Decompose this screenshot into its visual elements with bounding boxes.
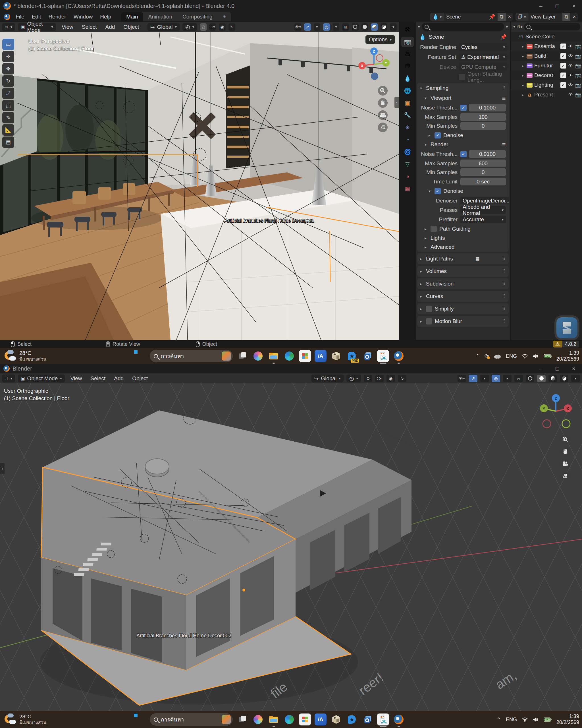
- expand-arrow-icon[interactable]: ▸: [521, 73, 525, 78]
- navigation-gizmo[interactable]: Z Y X: [536, 392, 574, 430]
- weather-widget[interactable]: 28°Cมีเมฆบางส่วน: [4, 349, 46, 362]
- menu-object[interactable]: Object: [120, 24, 142, 30]
- pan-hand-icon[interactable]: [560, 447, 570, 457]
- pin-id-icon[interactable]: 📌: [500, 34, 507, 40]
- toolbar-expand-arrow[interactable]: ›: [0, 463, 4, 474]
- wifi-icon[interactable]: [522, 717, 528, 722]
- mode-dropdown[interactable]: ▣Object Mode▾: [18, 23, 56, 31]
- exclude-checkbox[interactable]: ✓: [560, 73, 566, 78]
- hide-eye-icon[interactable]: 👁: [568, 44, 574, 49]
- editor-type-button[interactable]: ⌗▾: [2, 374, 15, 383]
- tab-view-layer[interactable]: 🗇: [401, 61, 414, 71]
- outlook-icon[interactable]: [361, 713, 373, 725]
- simplify-panel[interactable]: ▸Simplify⠿: [417, 304, 509, 314]
- feature-set-dropdown[interactable]: ⚠Experimental▾: [459, 53, 507, 61]
- expand-arrow-icon[interactable]: ▸: [521, 83, 525, 87]
- time-limit-field[interactable]: 0 sec: [461, 178, 506, 185]
- expand-arrow-icon[interactable]: ▸: [521, 54, 525, 58]
- unlink-scene-icon[interactable]: ×: [506, 13, 514, 21]
- menu-select[interactable]: Select: [79, 24, 100, 30]
- viewport-noise-checkbox[interactable]: ✓: [461, 105, 467, 111]
- overlays-toggle[interactable]: ◎: [323, 23, 330, 31]
- menu-render[interactable]: Render: [45, 13, 70, 21]
- curves-panel[interactable]: ▸Curves⠿: [417, 291, 509, 302]
- volume-icon[interactable]: [533, 717, 539, 722]
- copy-scene-icon[interactable]: ⧉: [498, 13, 506, 21]
- remove-view-layer-icon[interactable]: ×: [570, 13, 578, 21]
- shading-material-button[interactable]: [371, 23, 378, 31]
- device-dropdown[interactable]: GPU Compute▾: [459, 63, 507, 71]
- weather-widget[interactable]: 28°Cมีเมฆบางส่วน: [4, 713, 46, 725]
- overlays-dropdown[interactable]: ▾: [333, 23, 340, 31]
- expand-arrow-icon[interactable]: ▸: [521, 93, 525, 97]
- ia-app-icon[interactable]: /A: [314, 350, 327, 362]
- menu-window[interactable]: Window: [70, 13, 96, 21]
- tab-animation[interactable]: Animation: [143, 12, 177, 21]
- edge-icon[interactable]: [283, 350, 295, 362]
- scene-name-field[interactable]: Scene: [444, 13, 487, 21]
- shading-solid-button[interactable]: [537, 375, 546, 382]
- tray-chevron-icon[interactable]: ⌃: [497, 716, 501, 723]
- zoom-icon[interactable]: [560, 435, 570, 444]
- maximize-button[interactable]: □: [549, 364, 565, 373]
- gizmo-dropdown[interactable]: ▾: [480, 375, 489, 382]
- selectability-dropdown[interactable]: 👁▾: [458, 375, 466, 382]
- disable-render-camera-icon[interactable]: 📷: [575, 63, 581, 69]
- grid-ortho-icon[interactable]: [378, 123, 388, 132]
- outliner-row-present[interactable]: ▸ a Present 👁 📷: [511, 90, 582, 100]
- blender-app-icon[interactable]: [393, 713, 405, 725]
- task-view-icon[interactable]: [237, 713, 248, 725]
- menu-select[interactable]: Select: [88, 375, 109, 382]
- properties-filter-icon[interactable]: ▾: [418, 25, 420, 29]
- passes-dropdown[interactable]: Albedo and Normal▾: [461, 206, 506, 214]
- outliner-row-essentials[interactable]: ▸ Essentia ✓ 👁 📷: [511, 42, 582, 51]
- properties-options-dropdown[interactable]: ▾: [506, 25, 508, 29]
- disable-render-camera-icon[interactable]: 📷: [575, 82, 581, 88]
- disable-render-camera-icon[interactable]: 📷: [575, 44, 581, 49]
- maximize-button[interactable]: □: [549, 0, 565, 12]
- hide-eye-icon[interactable]: 👁: [568, 82, 574, 87]
- shading-dropdown[interactable]: ▾: [390, 23, 397, 31]
- blender-menu-icon[interactable]: [4, 14, 10, 20]
- gizmo-dropdown[interactable]: ▾: [314, 23, 321, 31]
- proportional-falloff-dropdown[interactable]: ∿: [228, 23, 235, 31]
- tab-render[interactable]: 📷: [401, 37, 414, 47]
- tab-constraints[interactable]: 🌀: [401, 147, 414, 157]
- clock-widget[interactable]: 1:39 20/2/2569: [556, 713, 579, 725]
- battery-icon[interactable]: [544, 354, 552, 358]
- tab-physics[interactable]: ◔: [401, 134, 414, 145]
- task-view-icon[interactable]: [237, 350, 248, 362]
- outliner-row-lighting[interactable]: ▸ Lighting ✓ 👁 📷: [511, 80, 582, 90]
- hide-eye-icon[interactable]: 👁: [568, 92, 574, 97]
- expand-arrow-icon[interactable]: ▸: [521, 64, 525, 68]
- disable-render-camera-icon[interactable]: 📷: [575, 73, 581, 78]
- viewport-max-samples-field[interactable]: 100: [461, 113, 506, 121]
- overlays-toggle[interactable]: ◎: [492, 375, 500, 382]
- menu-add[interactable]: Add: [103, 24, 118, 30]
- view-layer-selector[interactable]: 🗇▾ View Layer ⧉ ×: [516, 13, 578, 21]
- language-indicator[interactable]: ENG: [506, 353, 517, 359]
- tool-scale[interactable]: ⤢: [2, 87, 14, 99]
- tab-material[interactable]: ◑: [401, 171, 414, 181]
- ia-app-icon[interactable]: /A: [314, 713, 327, 725]
- prefilter-dropdown[interactable]: Accurate▾: [461, 215, 506, 223]
- shading-material-button[interactable]: [549, 375, 557, 382]
- scene-selector[interactable]: 💧▾ Scene 📌 ⧉ ×: [430, 13, 513, 21]
- transform-orientation-dropdown[interactable]: ⮡Global▾: [311, 374, 343, 383]
- view-layer-icon[interactable]: 🗇▾: [516, 13, 528, 21]
- outliner-row-scene-collection[interactable]: 🗃 Scene Colle: [511, 32, 582, 42]
- snap-magnet-toggle[interactable]: Ω: [364, 375, 372, 382]
- viewport-noise-field[interactable]: 0.1000: [469, 104, 506, 111]
- snap-options-dropdown[interactable]: ∷▾: [375, 375, 384, 382]
- motion-blur-panel[interactable]: ▸Motion Blur⠿: [417, 316, 509, 327]
- edge-icon[interactable]: [283, 713, 295, 725]
- sampling-render-header[interactable]: ▾Render≣: [417, 140, 509, 149]
- microsoft-store-icon[interactable]: [299, 713, 311, 725]
- shading-rendered-button[interactable]: [560, 375, 569, 382]
- outliner-row-furniture[interactable]: ▸ Furnitur ✓ 👁 📷: [511, 61, 582, 71]
- view-layer-name-field[interactable]: View Layer: [528, 13, 562, 21]
- tool-transform[interactable]: ⬚: [2, 100, 14, 111]
- viewport-canvas[interactable]: Artificial Branches Floral Home Decor.00…: [0, 32, 399, 340]
- video-3d-app-icon[interactable]: [330, 713, 342, 725]
- clock-widget[interactable]: 1:39 20/2/2569: [556, 350, 579, 362]
